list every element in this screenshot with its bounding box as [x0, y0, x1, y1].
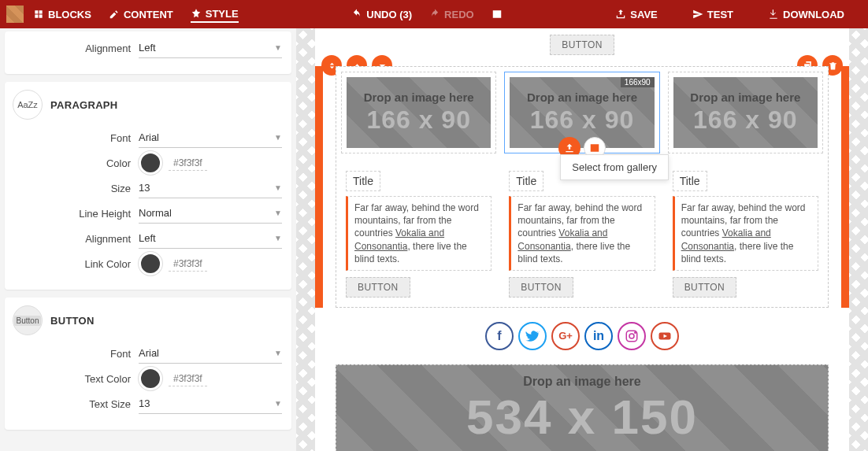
top-toolbar: BLOCKS CONTENT STYLE UNDO (3) REDO SAVE …: [0, 0, 868, 28]
tab-style[interactable]: STYLE: [191, 8, 239, 23]
top-button-placeholder[interactable]: BUTTON: [550, 35, 614, 55]
col2-button[interactable]: BUTTON: [509, 277, 573, 298]
panel-top-fragment: Alignment Left▼: [5, 31, 291, 74]
svg-point-1: [629, 334, 634, 338]
redo-label: REDO: [444, 9, 474, 20]
paragraph-title: PARAGRAPH: [50, 99, 118, 111]
undo-label: UNDO (3): [366, 9, 412, 20]
columns-block[interactable]: Drop an image here 166 x 90 166x90 Drop …: [336, 66, 829, 308]
twitter-icon[interactable]: [518, 322, 547, 350]
test-button[interactable]: TEST: [692, 9, 733, 20]
canvas-edge-right: [849, 28, 868, 451]
col3-title[interactable]: Title: [673, 171, 707, 191]
save-button[interactable]: SAVE: [615, 9, 657, 20]
tab-content[interactable]: CONTENT: [109, 9, 173, 20]
column-1[interactable]: Drop an image here 166 x 90: [341, 72, 496, 153]
block-handle-left[interactable]: [315, 66, 323, 308]
button-title: BUTTON: [50, 315, 95, 327]
paragraph-alignment-select[interactable]: Left▼: [139, 228, 282, 249]
block-handle-right[interactable]: [841, 66, 849, 308]
col3-button[interactable]: BUTTON: [673, 277, 737, 298]
panel-paragraph: AaZz PARAGRAPH FontArial▼ Color#3f3f3f S…: [5, 82, 291, 290]
paragraph-font-select[interactable]: Arial▼: [139, 128, 282, 148]
save-label: SAVE: [630, 9, 657, 20]
canvas-page: BUTTON Drop an imag: [315, 28, 849, 451]
button-font-select[interactable]: Arial▼: [139, 343, 282, 364]
googleplus-icon[interactable]: G+: [551, 322, 580, 350]
linkedin-icon[interactable]: in: [584, 322, 613, 350]
paragraph-lineheight-select[interactable]: Normal▼: [139, 203, 282, 224]
app-logo[interactable]: [6, 6, 24, 23]
instagram-icon[interactable]: [618, 322, 646, 350]
col1-body[interactable]: Far far away, behind the word mountains,…: [346, 196, 491, 271]
col1-button[interactable]: BUTTON: [346, 277, 410, 298]
paragraph-swatch: AaZz: [13, 90, 43, 120]
download-label: DOWNLOAD: [783, 9, 844, 20]
paragraph-color-picker[interactable]: #3f3f3f: [139, 153, 282, 173]
download-button[interactable]: DOWNLOAD: [768, 9, 844, 20]
col1-title[interactable]: Title: [346, 171, 380, 191]
tab-style-label: STYLE: [206, 8, 239, 20]
tab-blocks[interactable]: BLOCKS: [33, 9, 91, 20]
redo-button: REDO: [429, 9, 474, 20]
canvas-area[interactable]: BUTTON Drop an imag: [296, 28, 868, 451]
canvas-edge-left: [296, 28, 315, 451]
column-2[interactable]: 166x90 Drop an image here 166 x 90 Selec…: [504, 72, 659, 153]
image-drop-1[interactable]: Drop an image here 166 x 90: [347, 77, 491, 148]
button-textcolor-picker[interactable]: #3f3f3f: [139, 368, 282, 389]
col3-body[interactable]: Far far away, behind the word mountains,…: [673, 196, 818, 271]
big-image-drop[interactable]: Drop an image here 534 x 150: [336, 364, 829, 451]
col2-body[interactable]: Far far away, behind the word mountains,…: [509, 196, 655, 271]
test-label: TEST: [707, 9, 733, 20]
button-textsize-select[interactable]: 13▼: [139, 394, 282, 414]
facebook-icon[interactable]: f: [485, 322, 514, 350]
undo-button[interactable]: UNDO (3): [351, 9, 412, 20]
button-swatch: Button: [13, 305, 43, 335]
image-drop-3[interactable]: Drop an image here 166 x 90: [673, 77, 818, 148]
social-row: f G+ in: [336, 322, 829, 350]
panel-button: Button BUTTON FontArial▼ Text Color#3f3f…: [5, 298, 291, 430]
svg-point-2: [635, 332, 636, 334]
youtube-icon[interactable]: [651, 322, 679, 350]
image-drop-2[interactable]: 166x90 Drop an image here 166 x 90: [510, 77, 654, 148]
alignment-select[interactable]: Left▼: [139, 38, 282, 58]
gallery-tooltip: Select from gallery: [560, 154, 669, 180]
tab-content-label: CONTENT: [124, 9, 173, 20]
paragraph-size-select[interactable]: 13▼: [139, 178, 282, 198]
alignment-label: Alignment: [13, 43, 139, 54]
dimension-badge: 166x90: [621, 77, 655, 87]
gallery-button[interactable]: [491, 9, 503, 20]
col2-title[interactable]: Title: [509, 171, 543, 191]
tab-blocks-label: BLOCKS: [48, 9, 91, 20]
chevron-down-icon: ▼: [274, 43, 282, 52]
paragraph-linkcolor-picker[interactable]: #3f3f3f: [139, 253, 282, 274]
style-sidebar[interactable]: Alignment Left▼ AaZz PARAGRAPH FontArial…: [0, 28, 296, 451]
column-3[interactable]: Drop an image here 166 x 90: [668, 72, 823, 153]
